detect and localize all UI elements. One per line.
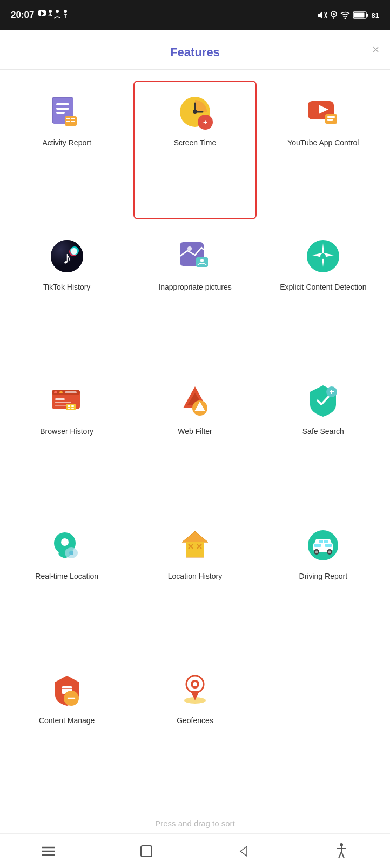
feature-item-safe-search[interactable]: Safe Search <box>262 369 385 508</box>
feature-label-driving-report: Driving Report <box>299 571 347 582</box>
geofences-icon <box>176 670 214 709</box>
feature-label-activity-report: Activity Report <box>43 138 91 149</box>
svg-rect-37 <box>327 119 333 121</box>
feature-item-web-filter[interactable]: Web Filter <box>133 369 256 508</box>
feature-item-browser-history[interactable]: Browser History <box>5 369 128 508</box>
webfilter-icon <box>176 381 214 420</box>
svg-point-7 <box>64 10 67 13</box>
feature-item-tiktok-history[interactable]: ♪ TikTok History <box>5 225 128 364</box>
svg-point-6 <box>56 10 59 13</box>
feature-label-browser-history: Browser History <box>40 426 93 437</box>
svg-rect-62 <box>71 408 74 409</box>
location-history-icon <box>176 526 214 565</box>
svg-rect-19 <box>56 103 69 105</box>
svg-point-2 <box>49 10 52 13</box>
svg-rect-58 <box>66 404 76 410</box>
nav-menu[interactable] <box>35 838 62 865</box>
youtube-icon <box>304 92 342 131</box>
svg-rect-21 <box>56 112 65 114</box>
feature-item-screen-time[interactable]: + Screen Time <box>133 81 256 219</box>
realtime-icon <box>48 526 86 565</box>
svg-rect-25 <box>66 121 70 122</box>
svg-point-49 <box>320 253 326 259</box>
feature-label-realtime-location: Real-time Location <box>35 571 98 582</box>
svg-point-47 <box>200 259 204 262</box>
svg-point-90 <box>315 550 318 553</box>
feature-item-activity-report[interactable]: Activity Report <box>5 81 128 219</box>
battery-level: 81 <box>372 11 379 19</box>
feature-label-screen-time: Screen Time <box>174 138 217 149</box>
svg-rect-94 <box>314 544 321 547</box>
svg-line-113 <box>339 852 341 858</box>
activity-report-icon <box>48 92 86 131</box>
svg-point-110 <box>340 843 343 846</box>
svg-rect-54 <box>65 391 77 393</box>
bottom-hint: Press and drag to sort <box>0 808 390 833</box>
features-grid: Activity Report + Screen Time YouTube Ap… <box>0 70 390 808</box>
svg-rect-60 <box>71 405 74 407</box>
feature-item-location-history[interactable]: Location History <box>133 514 256 653</box>
explicit-icon <box>304 237 342 276</box>
feature-label-content-manage: Content Manage <box>39 716 95 726</box>
safesearch-icon <box>304 381 342 420</box>
svg-rect-55 <box>55 398 65 400</box>
svg-point-103 <box>193 682 197 686</box>
close-button[interactable]: × <box>372 43 379 57</box>
svg-point-11 <box>333 13 335 15</box>
svg-rect-26 <box>71 121 75 122</box>
feature-item-geofences[interactable]: Geofences <box>133 658 256 797</box>
svg-rect-52 <box>54 391 57 393</box>
content-manage-icon <box>48 670 86 709</box>
feature-label-tiktok-history: TikTok History <box>43 282 90 293</box>
status-bar: 20:07 <box>0 0 390 30</box>
feature-label-youtube-app-control: YouTube App Control <box>287 138 359 149</box>
svg-rect-36 <box>327 116 335 118</box>
svg-line-114 <box>341 852 344 858</box>
svg-rect-24 <box>71 118 75 119</box>
svg-rect-16 <box>354 13 364 18</box>
feature-item-realtime-location[interactable]: Real-time Location <box>5 514 128 653</box>
feature-item-youtube-app-control[interactable]: YouTube App Control <box>262 81 385 219</box>
nav-accessibility[interactable] <box>328 838 355 865</box>
feature-item-content-manage[interactable]: Content Manage <box>5 658 128 797</box>
feature-label-web-filter: Web Filter <box>178 426 212 437</box>
feature-label-inappropriate-pictures: Inappropriate pictures <box>158 282 231 293</box>
svg-rect-57 <box>55 405 67 406</box>
svg-rect-20 <box>56 108 69 110</box>
nav-home[interactable] <box>133 838 160 865</box>
svg-rect-59 <box>68 405 70 407</box>
svg-point-91 <box>328 550 331 553</box>
feature-label-explicit-content-detection: Explicit Content Detection <box>280 282 366 293</box>
feature-item-driving-report[interactable]: Driving Report <box>262 514 385 653</box>
svg-text:+: + <box>203 118 207 126</box>
inappropriate-icon <box>176 237 214 276</box>
status-time: 20:07 <box>11 10 34 21</box>
svg-rect-93 <box>324 540 328 543</box>
feature-label-geofences: Geofences <box>177 716 213 726</box>
svg-point-43 <box>71 248 77 255</box>
browser-icon <box>48 381 86 420</box>
driving-icon <box>304 526 342 565</box>
svg-point-45 <box>187 246 192 251</box>
header: Features × <box>0 30 390 70</box>
page-title: Features <box>170 45 220 59</box>
feature-item-explicit-content-detection[interactable]: Explicit Content Detection <box>262 225 385 364</box>
svg-rect-92 <box>319 540 323 543</box>
tiktok-icon: ♪ <box>48 237 86 276</box>
svg-point-13 <box>344 18 346 19</box>
nav-back[interactable] <box>230 838 257 865</box>
svg-rect-61 <box>68 408 70 409</box>
status-app-icons <box>38 9 71 22</box>
svg-rect-53 <box>59 391 63 393</box>
svg-rect-108 <box>141 846 152 857</box>
svg-rect-56 <box>55 402 71 403</box>
svg-marker-109 <box>240 846 247 856</box>
nav-bar <box>0 833 390 868</box>
svg-rect-15 <box>366 14 368 17</box>
main-container: Features × Activity Report <box>0 30 390 833</box>
feature-label-safe-search: Safe Search <box>302 426 344 437</box>
svg-rect-23 <box>66 118 70 119</box>
feature-item-inappropriate-pictures[interactable]: Inappropriate pictures <box>133 225 256 364</box>
feature-label-location-history: Location History <box>168 571 222 582</box>
screen-time-icon: + <box>176 92 214 131</box>
